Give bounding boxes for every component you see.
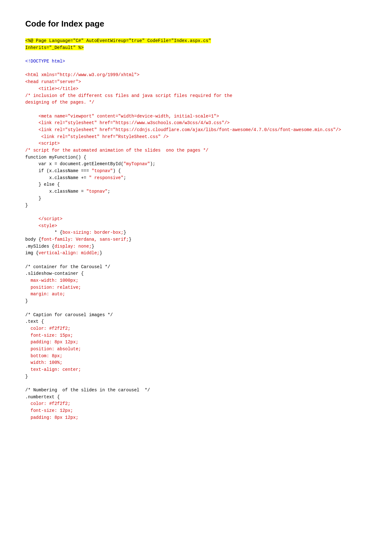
code-content: <%@ Page Language="C#" AutoEventWireup="…	[25, 38, 367, 421]
page-title: Code for Index page	[25, 19, 367, 29]
